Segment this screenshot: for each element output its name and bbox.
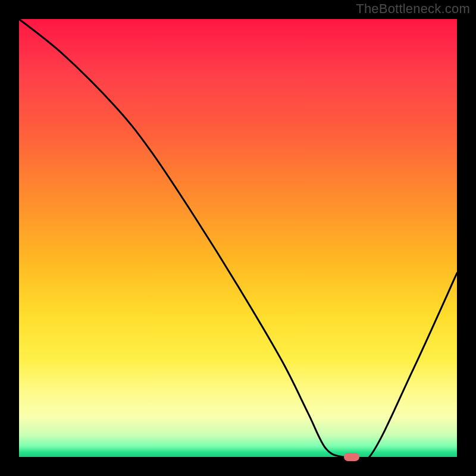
watermark-text: TheBottleneck.com (356, 1, 470, 17)
plot-area (19, 19, 457, 457)
curve-svg (19, 19, 457, 457)
chart-frame: TheBottleneck.com (0, 0, 476, 476)
bottleneck-curve (19, 19, 457, 464)
optimal-marker (344, 453, 359, 461)
